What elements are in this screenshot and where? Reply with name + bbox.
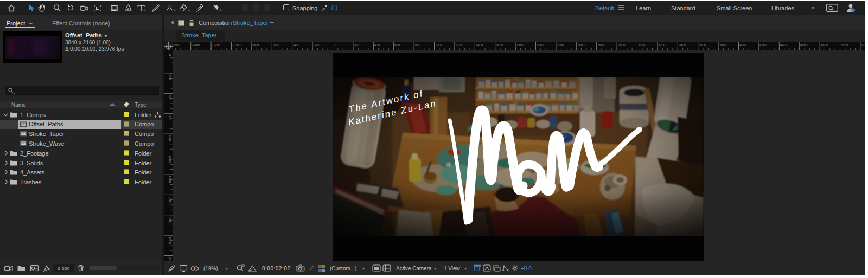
svg-text:1600: 1600: [496, 43, 503, 47]
svg-text:2800: 2800: [618, 43, 626, 47]
svg-text:-400: -400: [293, 43, 300, 47]
svg-text:3800: 3800: [719, 43, 727, 47]
svg-text:4000: 4000: [739, 43, 747, 47]
svg-text:5000: 5000: [841, 43, 848, 47]
svg-text:1200: 1200: [168, 176, 171, 183]
svg-text:200: 200: [354, 43, 360, 47]
svg-text:5200: 5200: [861, 43, 865, 47]
svg-text:-600: -600: [273, 43, 280, 47]
svg-text:2200: 2200: [557, 43, 564, 47]
svg-text:600: 600: [168, 115, 171, 121]
svg-text:2000: 2000: [537, 43, 544, 47]
svg-text:4200: 4200: [760, 43, 767, 47]
svg-text:4600: 4600: [800, 43, 808, 47]
svg-text:-1400: -1400: [192, 43, 200, 47]
svg-text:0: 0: [334, 43, 336, 47]
svg-text:1200: 1200: [455, 43, 463, 47]
svg-text:1400: 1400: [476, 43, 483, 47]
svg-text:-200: -200: [314, 43, 321, 47]
svg-text:200: 200: [168, 74, 171, 80]
svg-text:2400: 2400: [577, 43, 585, 47]
svg-text:1000: 1000: [168, 156, 171, 163]
svg-text:4800: 4800: [821, 43, 828, 47]
svg-text:-1000: -1000: [232, 43, 241, 47]
svg-text:1000: 1000: [435, 43, 443, 47]
svg-text:800: 800: [415, 43, 421, 47]
svg-text:-1200: -1200: [212, 43, 221, 47]
svg-text:3600: 3600: [699, 43, 706, 47]
svg-text:-800: -800: [252, 43, 259, 47]
svg-text:2600: 2600: [597, 43, 605, 47]
svg-text:800: 800: [168, 135, 171, 141]
svg-text:400: 400: [374, 43, 380, 47]
svg-text:0: 0: [168, 54, 171, 56]
svg-text:3000: 3000: [638, 43, 646, 47]
svg-text:4400: 4400: [780, 43, 788, 47]
svg-text:1600: 1600: [168, 216, 171, 224]
svg-text:600: 600: [394, 43, 400, 47]
svg-text:1800: 1800: [516, 43, 524, 47]
svg-text:1400: 1400: [168, 196, 171, 204]
svg-text:3400: 3400: [679, 43, 686, 47]
svg-text:3200: 3200: [658, 43, 666, 47]
svg-text:1800: 1800: [168, 237, 171, 244]
svg-text:2000: 2000: [168, 257, 171, 261]
svg-text:400: 400: [168, 95, 171, 101]
